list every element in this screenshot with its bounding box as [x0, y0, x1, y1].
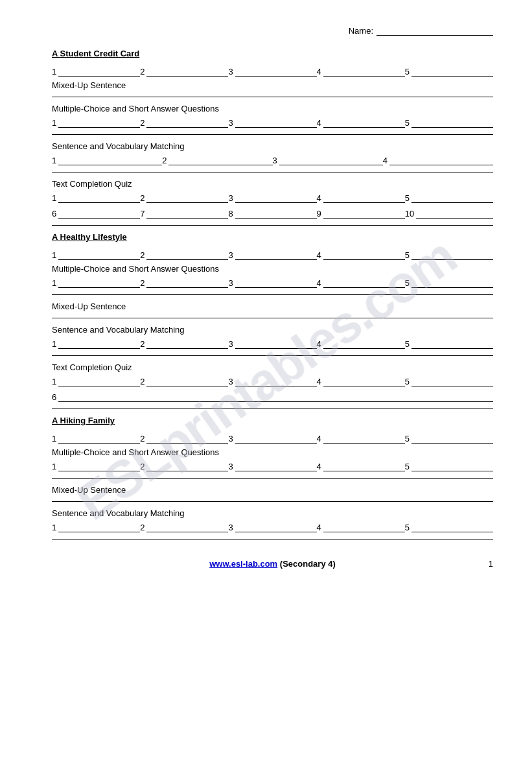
- num-label: 1: [52, 434, 56, 444]
- num-item: 3: [228, 191, 316, 203]
- num-item: 5: [405, 191, 493, 203]
- sub-label: Multiple-Choice and Short Answer Questio…: [52, 447, 493, 457]
- num-label: 3: [228, 250, 233, 260]
- num-item: 6: [52, 390, 493, 402]
- num-item: 5: [405, 248, 493, 260]
- answer-blank: [279, 154, 383, 165]
- answer-blank: [323, 521, 405, 532]
- num-item: 4: [317, 337, 405, 349]
- answer-blank: [168, 154, 272, 165]
- answer-blank: [146, 116, 228, 128]
- answer-blank: [323, 116, 405, 128]
- num-item: 4: [317, 116, 405, 128]
- num-label: 4: [317, 523, 321, 532]
- answer-blank: [235, 432, 317, 444]
- num-label: 6: [52, 392, 56, 402]
- sub-label: Multiple-Choice and Short Answer Questio…: [52, 264, 493, 274]
- answer-blank: [146, 65, 228, 77]
- num-label: 4: [317, 462, 321, 471]
- answer-blank: [416, 207, 493, 219]
- num-label: 5: [405, 278, 410, 288]
- num-item: 5: [405, 460, 493, 471]
- answer-blank: [235, 521, 317, 532]
- num-label: 3: [228, 67, 233, 77]
- num-item: 4: [317, 432, 405, 444]
- num-label: 3: [228, 377, 233, 386]
- num-item: 4: [317, 191, 405, 203]
- num-item: 1: [52, 276, 140, 288]
- num-item: 4: [317, 460, 405, 471]
- answer-blank: [146, 432, 228, 444]
- num-item: 5: [405, 276, 493, 288]
- sub-label: Sentence and Vocabulary Matching: [52, 325, 493, 335]
- numbered-row: 12345: [52, 375, 493, 386]
- num-label: 2: [140, 278, 145, 288]
- answer-blank: [58, 116, 140, 128]
- num-label: 4: [317, 434, 321, 444]
- num-label: 1: [52, 118, 56, 128]
- num-label: 8: [228, 209, 233, 219]
- numbered-row: 678910: [52, 207, 493, 219]
- numbered-row: 12345: [52, 521, 493, 532]
- num-item: 3: [228, 521, 316, 532]
- num-item: 3: [228, 337, 316, 349]
- answer-blank: [146, 276, 228, 288]
- answer-blank: [411, 65, 493, 77]
- divider: [52, 97, 493, 97]
- num-label: 3: [228, 278, 233, 288]
- num-item: 2: [140, 116, 228, 128]
- num-item: 4: [317, 521, 405, 532]
- num-label: 9: [317, 209, 321, 219]
- num-label: 1: [52, 339, 56, 349]
- num-label: 2: [140, 67, 145, 77]
- num-label: 5: [405, 67, 410, 77]
- answer-blank: [411, 375, 493, 386]
- num-item: 5: [405, 375, 493, 386]
- num-item: 5: [405, 337, 493, 349]
- footer-url[interactable]: www.esl-lab.com: [209, 559, 277, 569]
- name-label: Name:: [349, 26, 373, 36]
- num-item: 3: [228, 248, 316, 260]
- section-student-credit-card: A Student Credit Card12345Mixed-Up Sente…: [52, 49, 493, 226]
- answer-blank: [411, 276, 493, 288]
- section-hiking-family: A Hiking Family12345Multiple-Choice and …: [52, 416, 493, 539]
- num-label: 4: [317, 193, 321, 203]
- num-item: 3: [228, 116, 316, 128]
- num-label: 1: [52, 377, 56, 386]
- num-label: 4: [383, 156, 387, 165]
- divider: [52, 501, 493, 502]
- num-label: 4: [317, 250, 321, 260]
- num-item: 9: [317, 207, 405, 219]
- num-label: 3: [228, 118, 233, 128]
- numbered-row: 12345: [52, 460, 493, 471]
- num-item: 10: [405, 207, 493, 219]
- num-label: 3: [228, 462, 233, 471]
- answer-blank: [235, 276, 317, 288]
- num-item: 1: [52, 116, 140, 128]
- answer-blank: [235, 248, 317, 260]
- num-item: 4: [317, 65, 405, 77]
- answer-blank: [323, 460, 405, 471]
- page-content: A Student Credit Card12345Mixed-Up Sente…: [52, 49, 493, 539]
- answer-blank: [58, 521, 140, 532]
- answer-blank: [58, 390, 493, 402]
- num-label: 2: [140, 118, 145, 128]
- num-label: 3: [228, 434, 233, 444]
- answer-blank: [235, 337, 317, 349]
- num-label: 5: [405, 377, 410, 386]
- num-label: 5: [405, 339, 410, 349]
- num-item: 2: [140, 337, 228, 349]
- numbered-row: 12345: [52, 276, 493, 288]
- num-item: 4: [317, 375, 405, 386]
- answer-blank: [235, 65, 317, 77]
- answer-blank: [323, 432, 405, 444]
- numbered-row: 12345: [52, 337, 493, 349]
- answer-blank: [411, 248, 493, 260]
- sub-label: Mixed-Up Sentence: [52, 485, 493, 495]
- answer-blank: [411, 191, 493, 203]
- num-item: 2: [140, 521, 228, 532]
- num-item: 5: [405, 521, 493, 532]
- num-label: 5: [405, 193, 410, 203]
- num-label: 4: [317, 278, 321, 288]
- sub-label: Text Completion Quiz: [52, 179, 493, 189]
